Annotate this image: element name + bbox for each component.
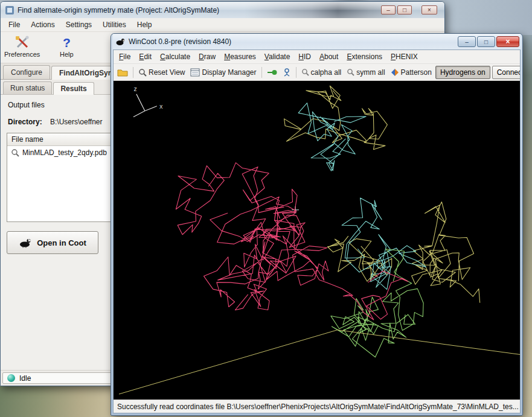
symm-all-label: symm all [356, 68, 385, 77]
subtab-run-status[interactable]: Run status [3, 81, 52, 94]
close-icon[interactable]: × [496, 36, 519, 47]
coot-bird-icon [19, 237, 32, 248]
display-manager-label: Display Manager [202, 68, 256, 77]
open-in-coot-label: Open in Coot [37, 238, 86, 247]
idle-status-icon [7, 374, 15, 382]
wincoot-menu-extensions[interactable]: Extensions [342, 51, 386, 63]
phenix-status-text: Idle [19, 374, 31, 383]
connected-to-phenix-button[interactable]: Connected to PHENIX [492, 66, 520, 79]
help-label: Help [60, 51, 74, 58]
wincoot-content: File Edit Calculate Draw Measures Valida… [113, 49, 521, 413]
patterson-icon [391, 68, 399, 77]
folder-icon [117, 68, 128, 77]
preferences-label: Preferences [4, 51, 40, 58]
phenix-app-icon [5, 6, 14, 14]
axes-gizmo: z x [133, 86, 163, 117]
symm-all-button[interactable]: symm all [345, 67, 386, 78]
calpha-all-label: calpha all [311, 68, 342, 77]
toolbar-separator [296, 67, 296, 78]
phenix-menu-help[interactable]: Help [132, 19, 158, 31]
go-to-atom-icon [267, 69, 277, 76]
preferences-tools-icon [14, 35, 30, 49]
wincoot-titlebar[interactable]: WinCoot 0.8-pre (revision 4840) – □ × [113, 34, 521, 49]
phenix-window-title: Find alternate-origin symmetry mate (Pro… [18, 6, 219, 14]
tab-configure[interactable]: Configure [3, 65, 50, 79]
phenix-menubar: File Actions Settings Utilities Help [1, 18, 444, 32]
wincoot-status-text: Successfully read coordinates file B:\Us… [117, 403, 519, 411]
patterson-label: Patterson [401, 68, 432, 77]
go-to-ligand-button[interactable] [281, 67, 293, 78]
go-to-atom-button[interactable] [265, 68, 279, 77]
wincoot-menu-file[interactable]: File [115, 51, 135, 63]
phenix-menu-actions[interactable]: Actions [25, 19, 60, 31]
axis-x-label: x [159, 103, 163, 110]
symm-icon [347, 68, 354, 76]
axis-z-label: z [133, 86, 137, 92]
phenix-menu-utilities[interactable]: Utilities [97, 19, 132, 31]
phenix-menu-settings[interactable]: Settings [60, 19, 97, 31]
help-button[interactable]: ? Help [52, 34, 81, 58]
wincoot-statusbar: Successfully read coordinates file B:\Us… [114, 399, 520, 413]
directory-value: B:\Users\oeffner [50, 118, 102, 126]
file-name: MinMLAD_testy_2qdy.pdb [22, 148, 107, 157]
display-manager-button[interactable]: Display Manager [188, 67, 258, 78]
minimize-icon[interactable]: – [381, 5, 396, 14]
calpha-all-button[interactable]: calpha all [300, 67, 344, 78]
wincoot-menu-calculate[interactable]: Calculate [156, 51, 194, 63]
phenix-titlebar[interactable]: Find alternate-origin symmetry mate (Pro… [1, 2, 444, 18]
magnifier-icon [11, 148, 19, 157]
calpha-icon [301, 68, 309, 76]
maximize-icon[interactable]: □ [477, 36, 495, 47]
go-to-ligand-icon [283, 68, 291, 77]
wincoot-menu-hid[interactable]: HID [294, 51, 315, 63]
display-manager-icon [190, 68, 200, 77]
wincoot-menu-validate[interactable]: Validate [260, 51, 295, 63]
phenix-menu-file[interactable]: File [3, 19, 25, 31]
close-icon[interactable]: × [421, 5, 437, 14]
phenix-window-controls: – □ × [381, 5, 437, 14]
subtab-results[interactable]: Results [53, 82, 94, 95]
wincoot-window: WinCoot 0.8-pre (revision 4840) – □ × Fi… [111, 33, 523, 416]
reset-view-label: Reset View [149, 68, 185, 77]
open-in-coot-button[interactable]: Open in Coot [7, 231, 98, 254]
wincoot-menu-phenix[interactable]: PHENIX [386, 51, 422, 63]
desktop-background: Find alternate-origin symmetry mate (Pro… [0, 0, 532, 417]
wincoot-menu-draw[interactable]: Draw [194, 51, 220, 63]
help-icon: ? [63, 36, 71, 49]
desktop-photo-bottom [0, 383, 112, 417]
preferences-button[interactable]: Preferences [4, 34, 40, 58]
wincoot-menubar: File Edit Calculate Draw Measures Valida… [114, 50, 520, 64]
directory-label: Directory: [8, 118, 42, 126]
wincoot-window-title: WinCoot 0.8-pre (revision 4840) [129, 37, 231, 46]
patterson-button[interactable]: Patterson [389, 67, 434, 78]
toolbar-separator [133, 67, 133, 78]
molecule-render: z x [114, 81, 520, 399]
molecule-viewport[interactable]: z x [114, 81, 520, 399]
reset-view-button[interactable]: Reset View [136, 67, 187, 78]
wincoot-bird-icon [115, 37, 125, 46]
toolbar-separator [261, 67, 262, 78]
magnifier-icon [138, 68, 147, 77]
maximize-icon[interactable]: □ [397, 5, 412, 14]
hydrogens-toggle-button[interactable]: Hydrogens on [435, 66, 490, 79]
minimize-icon[interactable]: – [458, 36, 476, 47]
wincoot-toolbar: Reset View Display Manager [114, 64, 520, 81]
wincoot-window-controls: – □ × [458, 36, 519, 47]
wincoot-menu-edit[interactable]: Edit [135, 51, 156, 63]
wincoot-menu-measures[interactable]: Measures [220, 51, 260, 63]
open-file-button[interactable] [115, 67, 130, 78]
wincoot-menu-about[interactable]: About [315, 51, 342, 63]
